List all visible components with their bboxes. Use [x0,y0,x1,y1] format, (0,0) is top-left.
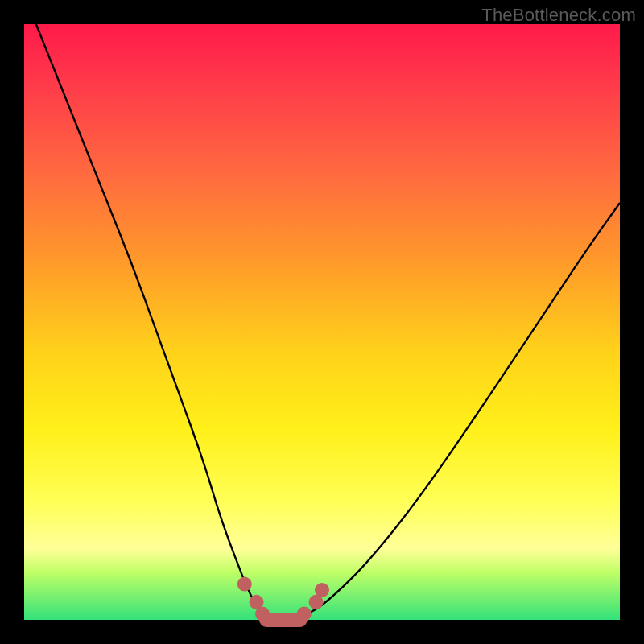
trough-markers [237,577,329,627]
watermark-text: TheBottleneck.com [481,5,636,26]
chart-frame: TheBottleneck.com [0,0,644,644]
trough-marker [315,583,329,597]
bottleneck-curve-svg [24,24,620,620]
trough-marker [297,607,312,621]
trough-marker [237,577,252,592]
plot-area [24,24,620,620]
bottleneck-curve [36,24,620,620]
